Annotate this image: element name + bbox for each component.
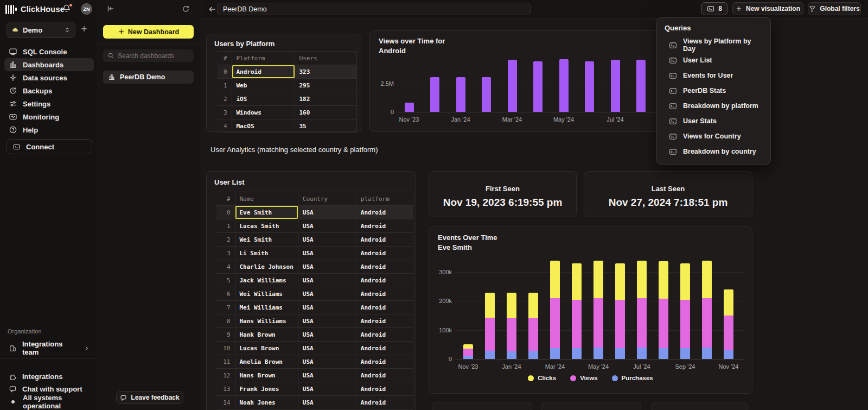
table-cell[interactable]: 182 [295,92,356,106]
events-bar-segment-views[interactable] [485,318,495,351]
events-bar-segment-clicks[interactable] [680,263,690,300]
views-bar[interactable] [585,61,594,112]
query-item[interactable]: Breakdown by country [657,144,770,159]
refresh-icon[interactable] [181,4,190,14]
global-filters-button[interactable]: Global filters [808,2,861,15]
events-bar-segment-purchases[interactable] [680,348,690,359]
table-cell[interactable]: Android [356,233,413,247]
table-cell[interactable]: Android [356,342,413,355]
table-cell[interactable]: Lucas Smith [235,219,298,233]
events-bar-segment-clicks[interactable] [593,261,603,298]
table-cell[interactable]: Hans Brown [235,369,298,382]
events-bar-segment-clicks[interactable] [507,293,516,318]
events-bar-segment-views[interactable] [550,298,560,348]
sidebar-item-all-systems-operational[interactable]: All systems operational [4,395,94,408]
table-cell[interactable]: USA [298,328,356,342]
sidebar-item-settings[interactable]: Settings [4,97,94,110]
sidebar-item-monitoring[interactable]: Monitoring [4,110,94,123]
table-cell[interactable]: Frank Jones [235,382,298,396]
events-bar-segment-purchases[interactable] [593,348,603,359]
table-cell[interactable]: Android [356,219,413,233]
table-cell[interactable]: Wei Smith [235,233,298,247]
collapse-panel-button[interactable] [106,4,116,14]
events-bar-segment-purchases[interactable] [615,348,625,359]
views-bar[interactable] [559,59,569,112]
table-cell[interactable]: Eve Smith [235,206,298,219]
table-cell[interactable]: Android [356,396,413,409]
table-cell[interactable]: Android [232,65,295,79]
table-cell[interactable]: USA [298,260,356,274]
events-bar-segment-purchases[interactable] [659,348,668,359]
events-bar-segment-purchases[interactable] [724,350,733,359]
events-bar-segment-purchases[interactable] [485,351,495,359]
events-bar-segment-views[interactable] [507,318,516,351]
events-bar-segment-views[interactable] [680,300,690,348]
events-bar-segment-clicks[interactable] [485,293,495,318]
table-cell[interactable]: Jack Williams [235,274,298,287]
query-item[interactable]: User List [657,53,770,68]
table-cell[interactable]: Web [232,79,295,92]
query-item[interactable]: Events for User [657,68,770,83]
table-cell[interactable]: Mei Williams [235,301,298,314]
events-bar-segment-clicks[interactable] [659,261,668,299]
table-cell[interactable]: Android [356,328,413,342]
sidebar-item-backups[interactable]: Backups [4,84,94,97]
table-cell[interactable]: Lucas Brown [235,342,298,355]
query-item[interactable]: Views for Country [657,129,770,144]
views-bar[interactable] [533,61,542,112]
sidebar-item-data-sources[interactable]: Data sources [4,71,94,84]
new-dashboard-button[interactable]: New Dashboard [103,25,194,39]
events-bar-segment-clicks[interactable] [528,293,538,318]
query-item[interactable]: Breakdown by platform [657,98,770,113]
clickhouse-logo-icon[interactable] [5,5,17,14]
notifications-button[interactable] [62,4,73,15]
legend-item-views[interactable]: Views [570,375,597,381]
back-arrow-icon[interactable] [207,4,218,15]
views-bar[interactable] [611,60,620,112]
views-bar[interactable] [456,77,465,112]
sidebar-item-connect[interactable]: Connect [7,139,92,154]
sidebar-item-dashboards[interactable]: Dashboards [4,58,94,71]
workspace-selector[interactable]: Demo [7,22,75,38]
table-cell[interactable]: USA [298,233,356,247]
sidebar-item-help[interactable]: Help [4,123,94,136]
events-bar-segment-clicks[interactable] [702,261,712,298]
query-item[interactable]: Views by Platform by Day [657,37,770,53]
events-bar-segment-views[interactable] [702,298,712,348]
table-cell[interactable]: Android [356,301,413,314]
legend-item-clicks[interactable]: Clicks [528,375,556,381]
dashboard-list-item[interactable]: PeerDB Demo [103,71,194,84]
events-bar-segment-clicks[interactable] [724,289,733,316]
table-cell[interactable]: Android [356,287,413,301]
views-bar[interactable] [482,77,491,112]
table-cell[interactable]: USA [298,382,356,396]
events-bar-segment-clicks[interactable] [615,263,625,300]
table-cell[interactable]: USA [298,369,356,382]
table-cell[interactable]: Android [356,247,413,260]
table-cell[interactable]: USA [298,301,356,314]
views-bar[interactable] [430,77,439,112]
table-cell[interactable]: USA [298,355,356,369]
table-cell[interactable]: USA [298,342,356,355]
table-cell[interactable]: Li Smith [235,247,298,260]
table-cell[interactable]: Android [356,274,413,287]
events-bar-segment-clicks[interactable] [637,261,647,298]
table-cell[interactable]: 295 [295,79,356,92]
search-input[interactable] [118,52,183,60]
dashboard-search[interactable] [103,49,194,62]
table-cell[interactable]: Android [356,314,413,328]
table-cell[interactable]: USA [298,219,356,233]
events-bar-segment-purchases[interactable] [528,351,538,359]
table-cell[interactable]: Windows [232,106,295,119]
sidebar-item-sql-console[interactable]: SQL Console [4,45,94,58]
table-cell[interactable]: USA [298,206,356,219]
views-bar[interactable] [508,60,517,112]
table-cell[interactable]: Amelia Brown [235,355,298,369]
events-bar-segment-views[interactable] [659,299,668,348]
events-bar-segment-clicks[interactable] [550,261,560,298]
events-bar-segment-clicks[interactable] [463,344,473,349]
events-bar-segment-purchases[interactable] [550,348,560,359]
events-bar-segment-purchases[interactable] [572,348,582,359]
table-cell[interactable]: Hank Brown [235,328,298,342]
table-cell[interactable]: Android [356,260,413,274]
